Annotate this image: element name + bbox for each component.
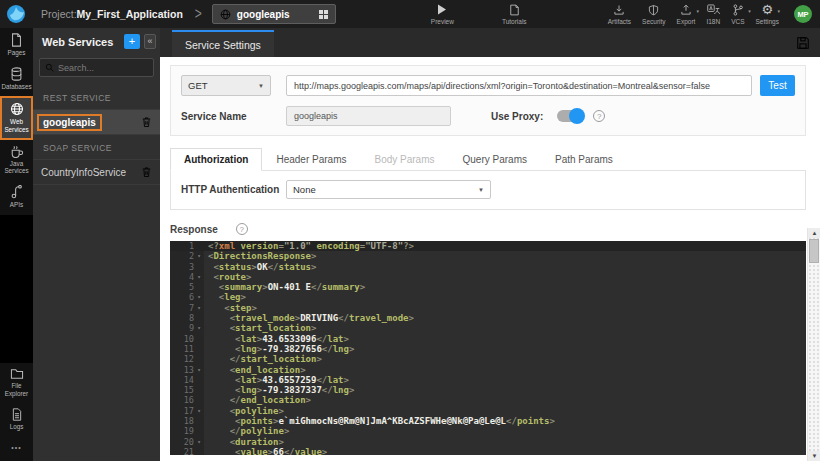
tab-path-params[interactable]: Path Params xyxy=(541,148,627,171)
fold-marker-icon[interactable] xyxy=(194,447,204,455)
open-service-tab[interactable]: googleapis xyxy=(212,4,336,24)
project-breadcrumb[interactable]: Project:My_First_Application xyxy=(41,8,183,20)
service-item-label: CountryInfoService xyxy=(41,167,141,178)
open-service-tab-label: googleapis xyxy=(237,9,313,20)
fold-marker-icon[interactable]: ▾ xyxy=(194,272,204,282)
tab-query-params[interactable]: Query Params xyxy=(449,148,541,171)
code-line: 3 <status>OK</status> xyxy=(170,262,806,272)
http-method-select[interactable]: GET ▼ xyxy=(181,75,271,96)
user-avatar[interactable]: MP xyxy=(794,5,812,23)
request-form: GET ▼ Test Service Name Use Proxy: ? xyxy=(170,65,806,136)
fold-marker-icon[interactable] xyxy=(194,385,204,395)
code-line: 17▾ <polyline> xyxy=(170,406,806,416)
fold-marker-icon[interactable]: ▾ xyxy=(194,406,204,416)
coffee-cup-icon xyxy=(10,145,24,158)
scroll-up-arrow[interactable]: ▲ xyxy=(808,228,820,238)
code-line: 4▾ <route> xyxy=(170,272,806,282)
line-number: 13 xyxy=(170,365,194,375)
search-icon xyxy=(45,63,54,72)
play-icon xyxy=(437,4,447,16)
help-icon[interactable]: ? xyxy=(236,223,248,235)
sidebar-item-java-services[interactable]: Java Services xyxy=(0,140,33,180)
scroll-down-arrow[interactable]: ▼ xyxy=(808,451,820,461)
service-name-input[interactable] xyxy=(286,106,451,126)
tab-header-params[interactable]: Header Params xyxy=(262,148,360,171)
code-line: 18 <points>e`miGhmocNs@Rm@N]JmA^KBcAZSFW… xyxy=(170,416,806,426)
service-item-countryinfoservice[interactable]: CountryInfoService xyxy=(33,160,160,185)
shield-icon xyxy=(648,4,659,16)
collapse-panel-button[interactable]: « xyxy=(144,34,156,49)
trash-icon[interactable] xyxy=(141,116,152,128)
preview-label: Preview xyxy=(431,18,454,25)
globe-icon xyxy=(10,102,24,116)
fold-marker-icon[interactable] xyxy=(194,313,204,323)
rail-divider xyxy=(0,215,33,364)
line-number: 7 xyxy=(170,303,194,313)
fold-marker-icon[interactable] xyxy=(194,334,204,344)
fold-marker-icon[interactable] xyxy=(194,354,204,364)
tutorials-button[interactable]: Tutorials xyxy=(502,4,527,25)
fold-marker-icon[interactable]: ▾ xyxy=(194,323,204,333)
trash-icon[interactable] xyxy=(141,166,152,178)
http-authentication-select[interactable]: None ▼ xyxy=(286,180,491,199)
line-number: 5 xyxy=(170,282,194,292)
vertical-scrollbar[interactable]: ▲ ▼ xyxy=(807,228,820,461)
preview-button[interactable]: Preview xyxy=(431,4,454,25)
vcs-button[interactable]: ▾ VCS xyxy=(731,4,744,25)
save-icon[interactable] xyxy=(796,36,810,50)
fold-marker-icon[interactable] xyxy=(194,282,204,292)
fold-marker-icon[interactable] xyxy=(194,262,204,272)
line-number: 9 xyxy=(170,323,194,333)
code-line: 19 </polyline> xyxy=(170,426,806,436)
fold-marker-icon[interactable]: ▾ xyxy=(194,251,204,261)
service-item-googleapis[interactable]: googleapis xyxy=(33,110,160,135)
sidebar-item-pages[interactable]: Pages xyxy=(0,28,33,62)
tab-service-settings[interactable]: Service Settings xyxy=(172,30,274,57)
code-editor[interactable]: 1<?xml version="1.0" encoding="UTF-8"?>2… xyxy=(170,241,806,455)
artifacts-button[interactable]: Artifacts xyxy=(608,4,631,25)
code-line: 10 <lat>43.6533096</lat> xyxy=(170,334,806,344)
sidebar-item-logs[interactable]: Logs xyxy=(0,403,33,436)
fold-marker-icon[interactable] xyxy=(194,241,204,251)
code-line: 16 </end_location> xyxy=(170,395,806,405)
tab-authorization[interactable]: Authorization xyxy=(170,148,262,171)
fold-marker-icon[interactable]: ▾ xyxy=(194,437,204,447)
fold-marker-icon[interactable]: ▾ xyxy=(194,303,204,313)
test-button[interactable]: Test xyxy=(760,75,795,96)
security-button[interactable]: Security xyxy=(642,4,665,25)
line-number: 21 xyxy=(170,447,194,455)
fold-marker-icon[interactable] xyxy=(194,375,204,385)
sidebar-item-databases[interactable]: Databases xyxy=(0,62,33,96)
database-icon xyxy=(10,67,23,81)
help-icon[interactable]: ? xyxy=(593,110,605,122)
settings-button[interactable]: ⚙ ▾ Settings xyxy=(756,4,780,25)
fold-marker-icon[interactable] xyxy=(194,344,204,354)
search-box[interactable] xyxy=(39,58,154,77)
sidebar-item-file-explorer[interactable]: File Explorer xyxy=(0,363,33,402)
i18n-button[interactable]: I18N xyxy=(706,4,720,25)
app-logo-icon[interactable] xyxy=(3,1,29,27)
fold-marker-icon[interactable] xyxy=(194,416,204,426)
request-url-input[interactable] xyxy=(286,75,752,96)
project-prefix: Project: xyxy=(41,8,77,20)
search-input[interactable] xyxy=(58,63,143,73)
export-button[interactable]: ▾ Export xyxy=(677,4,696,25)
add-service-button[interactable]: + xyxy=(124,34,140,49)
line-number: 11 xyxy=(170,344,194,354)
app-grid-icon[interactable] xyxy=(319,10,328,19)
log-file-icon xyxy=(11,408,23,421)
sidebar-item-apis[interactable]: APIs xyxy=(0,180,33,214)
fold-marker-icon[interactable] xyxy=(194,426,204,436)
authorization-panel: HTTP Authentication None ▼ xyxy=(170,170,806,210)
use-proxy-toggle[interactable] xyxy=(557,110,583,122)
settings-label: Settings xyxy=(756,18,780,25)
sidebar-item-web-services[interactable]: Web Services xyxy=(0,96,33,139)
fold-marker-icon[interactable] xyxy=(194,395,204,405)
http-authentication-value: None xyxy=(293,184,473,195)
code-line: 11 <lng>-79.3827656</lng> xyxy=(170,344,806,354)
scrollbar-thumb[interactable] xyxy=(809,239,819,263)
security-label: Security xyxy=(642,18,665,25)
more-menu-button[interactable]: ••• xyxy=(11,436,21,461)
fold-marker-icon[interactable]: ▾ xyxy=(194,292,204,302)
fold-marker-icon[interactable]: ▾ xyxy=(194,365,204,375)
